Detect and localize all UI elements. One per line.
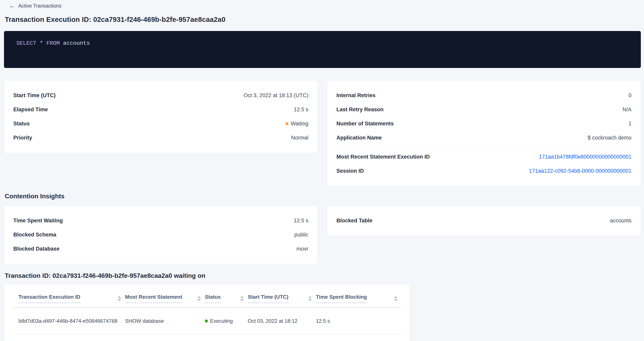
table-header-row: Transaction Execution ID Most Recent Sta… [12,287,402,308]
sort-icon[interactable] [197,296,201,301]
waiting-on-table: Transaction Execution ID Most Recent Sta… [12,287,402,335]
last-retry-reason-label: Last Retry Reason [336,106,384,113]
start-time-row: Start Time (UTC) Oct 3, 2022 at 18:13 (U… [13,88,308,102]
sql-star: * [40,40,43,46]
back-arrow-icon: ← [9,3,15,9]
contention-insights-heading: Contention Insights [5,193,641,200]
status-executing-dot-icon [205,320,208,323]
blocked-database-value: movr [296,246,308,252]
start-time-value: Oct 3, 2022 at 18:13 (UTC) [244,92,308,99]
statement-execution-id-row: Most Recent Statement Execution ID 171aa… [336,150,632,164]
blocked-table-row: Blocked Table accounts [336,214,632,228]
sort-icon[interactable] [240,296,244,301]
back-link-label: Active Transactions [18,3,62,9]
sort-asc-icon [394,296,398,298]
blocked-schema-label: Blocked Schema [13,232,56,238]
internal-retries-value: 0 [628,92,632,99]
sort-asc-icon [118,296,121,298]
cell-most-recent-statement: SHOW database [125,308,205,335]
back-link[interactable]: ← Active Transactions [9,3,62,9]
elapsed-time-label: Elapsed Time [13,106,48,113]
blocked-schema-row: Blocked Schema public [13,228,308,242]
contention-right-card: Blocked Table accounts [327,205,641,236]
sql-keyword-from: FROM [46,40,60,46]
internal-retries-label: Internal Retries [336,92,376,99]
time-spent-waiting-row: Time Spent Waiting 12.5 s [13,214,308,228]
sort-icon[interactable] [308,296,312,301]
blocked-database-row: Blocked Database movr [13,242,308,256]
column-header-transaction-execution-id: Transaction Execution ID [12,287,125,308]
column-label-transaction-execution-id[interactable]: Transaction Execution ID [18,294,80,303]
waiting-on-heading: Transaction ID: 02ca7931-f246-469b-b2fe-… [5,272,641,279]
sort-desc-icon [118,299,121,301]
sort-desc-icon [197,299,201,301]
priority-row: Priority Normal [13,131,308,145]
sort-desc-icon [240,299,244,301]
contention-left-card: Time Spent Waiting 12.5 s Blocked Schema… [4,205,318,264]
sort-asc-icon [240,296,244,298]
session-id-link[interactable]: 171aa122-c092-54b8-0000-000000000001 [529,168,632,174]
status-waiting-dot-icon [286,122,288,125]
column-label-start-time[interactable]: Start Time (UTC) [248,294,288,303]
cell-time-spent-blocking: 12.5 s [316,308,402,335]
statement-execution-id-link[interactable]: 171aa1b478fdf0e80000000000000001 [539,154,632,160]
sort-icon[interactable] [394,296,398,301]
column-header-status: Status [205,287,248,308]
number-of-statements-row: Number of Statements 1 [336,117,632,131]
blocked-table-label: Blocked Table [336,218,372,224]
status-row: Status Waiting [13,117,308,131]
number-of-statements-label: Number of Statements [336,121,394,127]
summary-cards-row: Start Time (UTC) Oct 3, 2022 at 18:13 (U… [4,80,641,186]
session-id-label: Session ID [336,168,364,174]
column-label-status[interactable]: Status [205,294,220,303]
execution-summary-card: Start Time (UTC) Oct 3, 2022 at 18:13 (U… [4,80,318,153]
sql-statement: SELECT * FROM accounts [16,40,628,47]
column-label-most-recent-statement[interactable]: Most Recent Statement [125,294,182,303]
column-header-start-time: Start Time (UTC) [248,287,316,308]
sort-icon[interactable] [118,296,121,301]
start-time-label: Start Time (UTC) [13,92,56,99]
statement-execution-id-label: Most Recent Statement Execution ID [336,154,430,160]
internal-retries-row: Internal Retries 0 [336,88,632,102]
session-id-row: Session ID 171aa122-c092-54b8-0000-00000… [336,164,632,178]
column-header-most-recent-statement: Most Recent Statement [125,287,205,308]
sql-table-name: accounts [63,40,90,46]
number-of-statements-value: 1 [628,121,632,127]
blocked-database-label: Blocked Database [13,246,60,252]
transaction-details-page: ← Active Transactions Transaction Execut… [0,0,644,341]
elapsed-time-value: 12.5 s [294,106,308,113]
execution-details-card: Internal Retries 0 Last Retry Reason N/A… [327,80,641,186]
application-name-label: Application Name [336,135,382,141]
status-value: Waiting [286,121,308,127]
time-spent-waiting-value: 12.5 s [294,218,308,224]
application-name-row: Application Name $ cockroach demo [336,131,632,145]
last-retry-reason-row: Last Retry Reason N/A [336,102,632,117]
cell-status-text: Executing [210,318,233,324]
page-title: Transaction Execution ID: 02ca7931-f246-… [5,15,641,23]
priority-label: Priority [13,135,32,141]
sql-keyword-select: SELECT [16,40,36,46]
time-spent-waiting-label: Time Spent Waiting [13,218,63,224]
card-divider [336,147,632,147]
status-label: Status [13,121,30,127]
column-label-time-spent-blocking[interactable]: Time Spent Blocking [316,294,367,303]
sort-asc-icon [197,296,201,298]
column-header-time-spent-blocking: Time Spent Blocking [316,287,402,308]
cell-status: Executing [205,308,248,335]
sort-asc-icon [308,296,312,298]
application-name-value: $ cockroach demo [588,135,632,141]
sort-desc-icon [394,299,398,301]
waiting-on-table-card: Transaction Execution ID Most Recent Sta… [4,284,410,341]
priority-value: Normal [291,135,308,141]
blocked-table-value: accounts [610,218,632,224]
cell-transaction-execution-id: b8d7d03a-d497-446b-8474-e50846674768 [12,308,125,335]
status-value-text: Waiting [290,121,308,127]
contention-cards-row: Time Spent Waiting 12.5 s Blocked Schema… [4,205,641,264]
table-row: b8d7d03a-d497-446b-8474-e50846674768 SHO… [12,308,402,335]
elapsed-time-row: Elapsed Time 12.5 s [13,102,308,117]
cell-start-time: Oct 03, 2022 at 18:12 [248,308,316,335]
sort-desc-icon [308,299,312,301]
sql-statement-box: SELECT * FROM accounts [4,31,641,68]
last-retry-reason-value: N/A [622,106,632,113]
blocked-schema-value: public [294,232,308,238]
